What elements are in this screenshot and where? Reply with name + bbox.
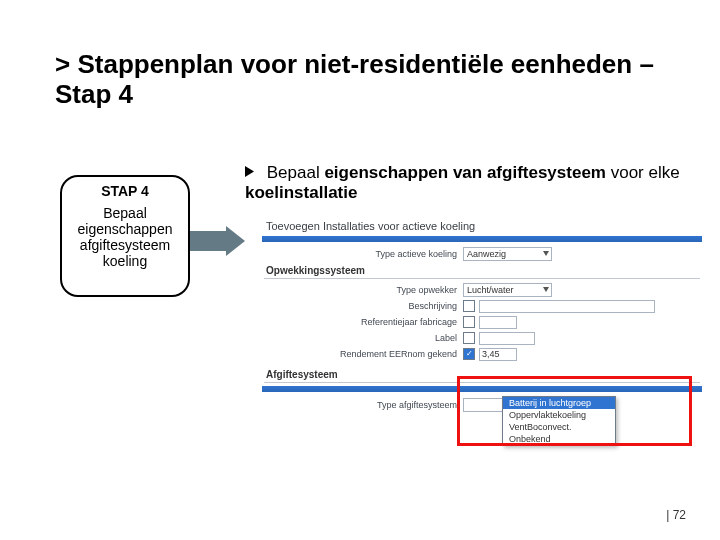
step-line: afgiftesysteem [66, 237, 184, 253]
field-label: Beschrijving [262, 301, 463, 311]
bullet-icon [245, 166, 256, 177]
section-label: Afgiftesysteem [262, 366, 702, 382]
step-line: koeling [66, 253, 184, 269]
title-prefix: > [55, 49, 77, 79]
bullet-text: voor elke [611, 163, 680, 182]
checkbox[interactable] [463, 332, 475, 344]
section-label: Opwekkingssysteem [262, 262, 702, 278]
dropdown-type-actief[interactable]: Aanwezig [463, 247, 552, 261]
text-input[interactable] [479, 316, 517, 329]
field-label: Label [262, 333, 463, 343]
text-input[interactable] [479, 300, 655, 313]
dropdown-option[interactable]: VentBoconvect. [503, 421, 615, 433]
step-heading: STAP 4 [66, 183, 184, 199]
accent-bar [262, 386, 702, 392]
field-label: Referentiejaar fabricage [262, 317, 463, 327]
step-line: eigenschappen [66, 221, 184, 237]
text-input[interactable]: 3,45 [479, 348, 517, 361]
checkbox[interactable] [463, 316, 475, 328]
text-input[interactable] [479, 332, 535, 345]
bullet-bold: eigenschappen van afgiftesysteem [324, 163, 610, 182]
step-box: STAP 4 Bepaal eigenschappen afgiftesyste… [60, 175, 190, 297]
svg-marker-0 [245, 166, 254, 177]
title-line2: Stap 4 [55, 79, 133, 109]
field-label: Rendement EERnom gekend [262, 349, 463, 359]
dropdown-type-opwekker[interactable]: Lucht/water [463, 283, 552, 297]
bullet-item: Bepaal eigenschappen van afgiftesysteem … [245, 163, 685, 204]
checkbox-checked[interactable]: ✓ [463, 348, 475, 360]
field-label: Type opwekker [262, 285, 463, 295]
accent-bar [262, 236, 702, 242]
arrow-right [190, 226, 245, 256]
form-row: Type actieve koeling Aanwezig [262, 246, 702, 262]
form-screenshot: Toevoegen Installaties voor actieve koel… [262, 218, 702, 448]
dropdown-option[interactable]: Oppervlaktekoeling [503, 409, 615, 421]
dropdown-option[interactable]: Onbekend [503, 433, 615, 445]
bullet-text: Bepaal [267, 163, 325, 182]
title-line1: Stappenplan voor niet-residentiële eenhe… [77, 49, 653, 79]
slide-title: > Stappenplan voor niet-residentiële een… [55, 50, 675, 110]
field-label: Type afgiftesysteem [262, 400, 463, 410]
dropdown-menu[interactable]: Batterij in luchtgroep Oppervlaktekoelin… [502, 396, 616, 446]
step-line: Bepaal [66, 205, 184, 221]
page-number: | 72 [666, 508, 686, 522]
bullet-bold: koelinstallatie [245, 183, 357, 202]
field-label: Type actieve koeling [262, 249, 463, 259]
checkbox[interactable] [463, 300, 475, 312]
form-title: Toevoegen Installaties voor actieve koel… [262, 218, 702, 236]
dropdown-option[interactable]: Batterij in luchtgroep [503, 397, 615, 409]
